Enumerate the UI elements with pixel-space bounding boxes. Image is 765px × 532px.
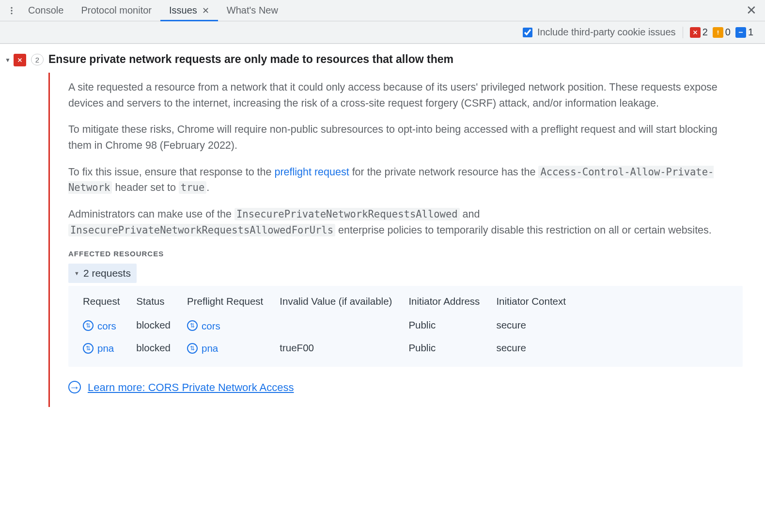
affected-resources-heading: AFFECTED RESOURCES — [68, 249, 743, 260]
requests-expand-toggle[interactable]: ▼ 2 requests — [68, 264, 137, 283]
col-initiator-address: Initiator Address — [403, 291, 490, 313]
svg-rect-5 — [739, 31, 743, 32]
network-icon: ⇅ — [187, 343, 198, 354]
issues-list[interactable]: ▼ 2 Ensure private network requests are … — [0, 44, 765, 532]
chevron-down-icon: ▼ — [74, 269, 79, 278]
include-third-party-cookies-label: Include third-party cookie issues — [537, 27, 676, 38]
close-panel-button[interactable]: ✕ — [742, 0, 761, 21]
issue-body: Ensure private network requests are only… — [48, 53, 755, 407]
close-icon[interactable]: ✕ — [202, 5, 209, 16]
initiator-context-cell: secure — [490, 336, 577, 359]
info-count[interactable]: 1 — [735, 27, 753, 38]
tab-whats-new[interactable]: What's New — [218, 0, 287, 21]
col-invalid: Invalid Value (if available) — [274, 291, 403, 313]
tab-issues[interactable]: Issues ✕ — [160, 0, 218, 21]
learn-more-link[interactable]: Learn more: CORS Private Network Access — [88, 379, 294, 395]
learn-more-row: → Learn more: CORS Private Network Acces… — [68, 379, 743, 395]
header-value-code: true — [179, 181, 206, 194]
warning-count[interactable]: 0 — [713, 27, 731, 38]
tab-protocol-monitor[interactable]: Protocol monitor — [72, 0, 160, 21]
issue-title[interactable]: Ensure private network requests are only… — [48, 53, 755, 66]
error-icon — [690, 27, 701, 38]
tab-label: Protocol monitor — [81, 5, 152, 16]
issue-count-pill: 2 — [31, 54, 44, 65]
svg-point-1 — [11, 10, 12, 11]
policy-code: InsecurePrivateNetworkRequestsAllowedFor… — [68, 224, 335, 236]
tabstrip: Console Protocol monitor Issues ✕ What's… — [0, 0, 765, 21]
issue-paragraph: To mitigate these risks, Chrome will req… — [68, 122, 743, 153]
issue-paragraph: Administrators can make use of the Insec… — [68, 206, 743, 238]
svg-point-0 — [11, 7, 12, 8]
table-row: ⇅ cors blocked ⇅ cors — [77, 313, 577, 336]
svg-rect-3 — [718, 30, 718, 32]
network-icon: ⇅ — [83, 343, 94, 354]
tab-label: Console — [28, 5, 63, 16]
error-icon — [14, 54, 26, 66]
preflight-link[interactable]: ⇅ cors — [187, 318, 220, 333]
initiator-address-cell: Public — [403, 313, 490, 336]
preflight-link[interactable]: ⇅ pna — [187, 341, 218, 356]
collapse-toggle[interactable]: ▼ — [5, 57, 11, 63]
include-third-party-cookies-checkbox[interactable] — [523, 28, 532, 37]
initiator-context-cell: secure — [490, 313, 577, 336]
warning-count-value: 0 — [725, 27, 731, 38]
status-cell: blocked — [130, 336, 181, 359]
issue-detail: A site requested a resource from a netwo… — [48, 73, 755, 407]
info-count-value: 1 — [748, 27, 753, 38]
svg-point-2 — [11, 13, 12, 14]
col-status: Status — [130, 291, 181, 313]
preflight-request-link[interactable]: preflight request — [274, 166, 349, 178]
warning-icon — [713, 27, 723, 38]
issue-paragraph: To fix this issue, ensure that response … — [68, 164, 743, 196]
tab-console[interactable]: Console — [19, 0, 72, 21]
error-count[interactable]: 2 — [690, 27, 708, 38]
svg-rect-4 — [718, 33, 718, 34]
request-link[interactable]: ⇅ pna — [83, 341, 114, 356]
status-cell: blocked — [130, 313, 181, 336]
policy-code: InsecurePrivateNetworkRequestsAllowed — [234, 208, 460, 220]
requests-chip-label: 2 requests — [83, 266, 131, 281]
info-icon — [735, 27, 746, 38]
col-request: Request — [77, 291, 130, 313]
tab-label: Issues — [169, 5, 197, 16]
divider — [683, 27, 683, 38]
network-icon: ⇅ — [187, 320, 198, 331]
issue-paragraph: A site requested a resource from a netwo… — [68, 79, 743, 111]
issue-item: ▼ 2 Ensure private network requests are … — [0, 53, 765, 407]
arrow-right-icon: → — [68, 381, 81, 393]
invalid-value-cell — [274, 313, 403, 336]
error-count-value: 2 — [703, 27, 708, 38]
tab-list: Console Protocol monitor Issues ✕ What's… — [19, 0, 287, 21]
initiator-address-cell: Public — [403, 336, 490, 359]
invalid-value-cell: trueF00 — [274, 336, 403, 359]
col-preflight: Preflight Request — [181, 291, 274, 313]
more-menu-button[interactable] — [4, 0, 19, 21]
table-row: ⇅ pna blocked ⇅ pna — [77, 336, 577, 359]
tab-label: What's New — [227, 5, 278, 16]
requests-table: Request Status Preflight Request Invalid… — [68, 286, 743, 367]
issue-gutter: ▼ 2 — [5, 53, 48, 407]
issues-toolbar: Include third-party cookie issues 2 0 1 — [0, 21, 765, 44]
col-initiator-context: Initiator Context — [490, 291, 577, 313]
network-icon: ⇅ — [83, 320, 94, 331]
request-link[interactable]: ⇅ cors — [83, 318, 116, 333]
table-header-row: Request Status Preflight Request Invalid… — [77, 291, 577, 313]
